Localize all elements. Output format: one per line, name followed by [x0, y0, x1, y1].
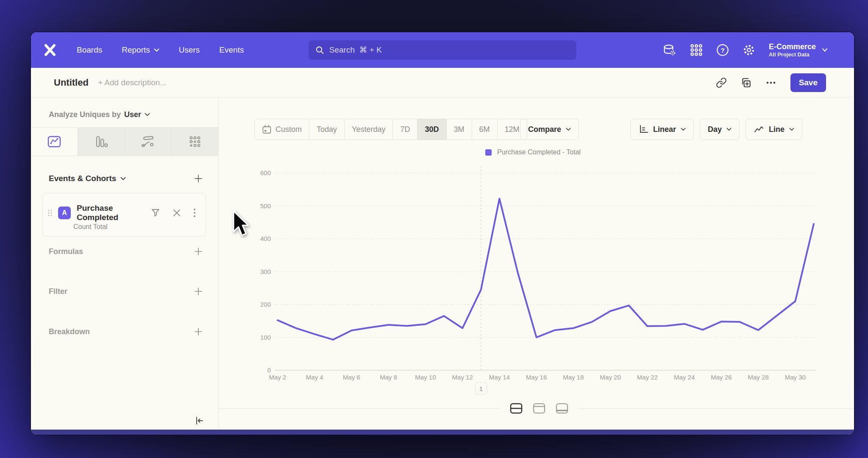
search-input[interactable]: [329, 45, 570, 55]
range-label: 6M: [479, 119, 490, 140]
analyze-value-dropdown[interactable]: User: [124, 110, 141, 119]
range-today[interactable]: Today: [309, 119, 344, 140]
project-selector[interactable]: E-Commerce All Project Data: [769, 42, 828, 58]
tab-bar-chart[interactable]: [78, 128, 125, 156]
svg-text:May 6: May 6: [343, 374, 360, 381]
more-options-icon[interactable]: [765, 77, 777, 88]
svg-text:400: 400: [260, 235, 271, 242]
chart-display-controls: Linear Day Line: [630, 119, 802, 140]
chevron-down-icon: [145, 113, 150, 117]
report-header: Untitled + Add description... Save: [31, 68, 854, 98]
event-options-icon[interactable]: [193, 208, 196, 218]
add-event-button[interactable]: [194, 174, 203, 183]
nav-item-label: Reports: [122, 45, 150, 55]
nav-item-label: Boards: [77, 45, 102, 55]
line-chart-icon: [47, 135, 61, 148]
event-card-row: A Purchase Completed: [47, 204, 196, 222]
range-3m[interactable]: 3M: [446, 119, 472, 140]
legend-label: Purchase Completed - Total: [497, 148, 581, 156]
series-line[interactable]: [278, 198, 814, 340]
svg-text:May 14: May 14: [489, 374, 510, 381]
desktop-background: { "nav": { "items": [ {"label": "Boards"…: [0, 0, 868, 458]
svg-text:May 20: May 20: [600, 374, 621, 381]
chart-type-label: Line: [769, 125, 785, 134]
layout-split-view-button[interactable]: [507, 399, 526, 417]
layout-toggle-group: [500, 399, 578, 417]
split-view-icon: [510, 403, 523, 414]
range-custom[interactable]: Custom: [255, 119, 309, 140]
add-breakdown-button[interactable]: [194, 327, 203, 336]
filter-section: Filter: [49, 287, 203, 296]
window-bottom-bar: [31, 430, 854, 435]
range-label: Yesterday: [352, 119, 385, 140]
range-label: 30D: [425, 119, 439, 140]
range-label: 7D: [400, 119, 410, 140]
add-formula-button[interactable]: [194, 247, 203, 256]
collapse-sidebar-button[interactable]: [194, 415, 205, 428]
svg-text:May 30: May 30: [785, 374, 806, 381]
analyze-uniques-row: Analyze Uniques by User: [49, 110, 150, 119]
app-window: Boards Reports Users Events ? E-Commerce…: [31, 32, 854, 435]
svg-text:May 28: May 28: [748, 374, 769, 381]
event-card[interactable]: A Purchase Completed Count Total: [42, 193, 206, 237]
apps-grid-icon[interactable]: [690, 44, 703, 56]
range-7d[interactable]: 7D: [392, 119, 417, 140]
chart-annotations[interactable]: 1: [475, 166, 487, 394]
layout-chart-view-button[interactable]: [553, 399, 571, 417]
event-metric-dropdown[interactable]: Count Total: [73, 223, 108, 231]
svg-text:?: ?: [721, 47, 724, 54]
event-name[interactable]: Purchase Completed: [77, 204, 150, 222]
remove-event-icon[interactable]: [172, 209, 181, 217]
svg-text:May 4: May 4: [306, 374, 323, 381]
interval-dropdown[interactable]: Day: [700, 119, 740, 140]
range-label: Custom: [275, 119, 302, 140]
copy-link-icon[interactable]: [716, 77, 727, 88]
svg-text:May 10: May 10: [415, 374, 436, 381]
range-30d[interactable]: 30D: [417, 119, 446, 140]
save-button[interactable]: Save: [790, 73, 826, 92]
tab-insights-line[interactable]: [31, 128, 78, 156]
search-bar[interactable]: [309, 40, 576, 60]
mixpanel-logo-icon[interactable]: [44, 43, 56, 57]
compare-button[interactable]: Compare: [520, 119, 579, 140]
chart-gridlines: [275, 173, 816, 370]
layout-table-view-button[interactable]: [530, 399, 548, 417]
events-cohorts-title[interactable]: Events & Cohorts: [49, 174, 126, 183]
svg-text:600: 600: [260, 169, 271, 176]
drag-handle-icon[interactable]: [47, 209, 53, 217]
svg-text:May 22: May 22: [637, 374, 658, 381]
grid-dots-icon: [189, 135, 201, 148]
help-icon[interactable]: ?: [716, 44, 729, 56]
chevron-down-icon: [120, 177, 126, 181]
nav-item-boards[interactable]: Boards: [77, 45, 102, 55]
duplicate-icon[interactable]: [740, 77, 751, 88]
nav-item-reports[interactable]: Reports: [122, 45, 159, 55]
chevron-down-icon: [566, 128, 571, 131]
svg-text:May 24: May 24: [674, 374, 695, 381]
report-title[interactable]: Untitled: [54, 68, 89, 98]
range-6m[interactable]: 6M: [472, 119, 497, 140]
chart-type-dropdown[interactable]: Line: [746, 119, 802, 140]
nav-item-users[interactable]: Users: [179, 45, 200, 55]
breakdown-label: Breakdown: [49, 327, 90, 336]
svg-text:1: 1: [479, 385, 483, 392]
nav-right: ? E-Commerce All Project Data: [663, 32, 828, 68]
tab-flows[interactable]: [125, 128, 172, 156]
line-chart[interactable]: 0100200300400500600 May 2May 4May 6May 8…: [251, 159, 828, 405]
bar-chart-icon: [95, 135, 108, 148]
svg-text:May 8: May 8: [380, 374, 397, 381]
data-management-icon[interactable]: [663, 44, 676, 56]
scale-dropdown[interactable]: Linear: [630, 119, 694, 140]
tab-retention-grid[interactable]: [171, 128, 218, 156]
chart-controls-row: CustomTodayYesterday7D30D3M6M12M Compare…: [254, 119, 854, 140]
chevron-down-icon: [789, 128, 794, 131]
add-filter-button[interactable]: [194, 287, 203, 296]
svg-text:0: 0: [267, 366, 271, 374]
settings-gear-icon[interactable]: [743, 44, 755, 56]
chart-legend[interactable]: Purchase Completed - Total: [485, 148, 581, 156]
range-yesterday[interactable]: Yesterday: [344, 119, 392, 140]
nav-item-events[interactable]: Events: [219, 45, 244, 55]
filter-funnel-icon[interactable]: [150, 208, 161, 218]
add-description-field[interactable]: + Add description...: [98, 68, 167, 98]
filter-label: Filter: [49, 287, 67, 296]
